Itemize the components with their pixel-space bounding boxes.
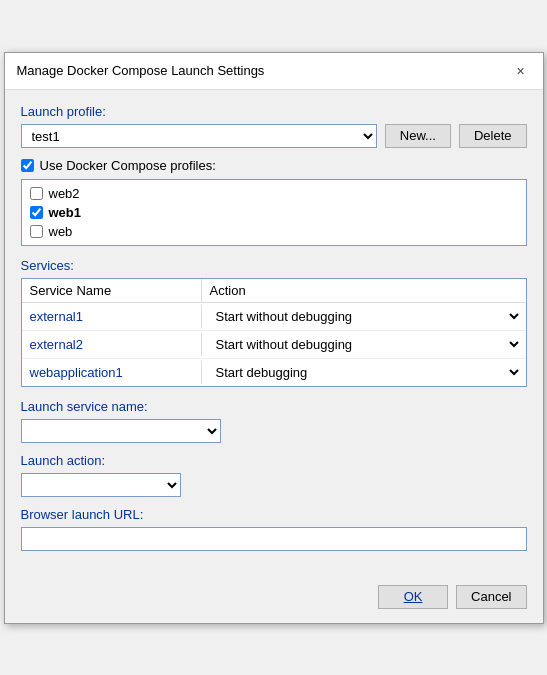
launch-service-group: Launch service name: — [21, 399, 527, 443]
delete-button[interactable]: Delete — [459, 124, 527, 148]
profile-label-web[interactable]: web — [49, 224, 73, 239]
launch-profile-select[interactable]: test1 — [21, 124, 377, 148]
new-button[interactable]: New... — [385, 124, 451, 148]
launch-profile-label: Launch profile: — [21, 104, 527, 119]
use-docker-profiles-label[interactable]: Use Docker Compose profiles: — [40, 158, 216, 173]
profile-item-web: web — [30, 222, 518, 241]
browser-url-input[interactable] — [21, 527, 527, 551]
profile-item-web2: web2 — [30, 184, 518, 203]
cancel-button[interactable]: Cancel — [456, 585, 526, 609]
service-row-webapplication1: webapplication1 Start without debugging … — [22, 359, 526, 386]
profile-checkbox-web2[interactable] — [30, 187, 43, 200]
close-button[interactable]: × — [511, 61, 531, 81]
launch-service-label: Launch service name: — [21, 399, 527, 414]
service-action-webapplication1[interactable]: Start without debugging Start debugging … — [202, 359, 526, 386]
browser-url-group: Browser launch URL: — [21, 507, 527, 551]
launch-action-group: Launch action: — [21, 453, 527, 497]
service-action-select-external1[interactable]: Start without debugging Start debugging … — [206, 305, 522, 328]
service-action-external1[interactable]: Start without debugging Start debugging … — [202, 303, 526, 330]
manage-docker-dialog: Manage Docker Compose Launch Settings × … — [4, 52, 544, 624]
launch-service-select[interactable] — [21, 419, 221, 443]
title-bar: Manage Docker Compose Launch Settings × — [5, 53, 543, 90]
dialog-title: Manage Docker Compose Launch Settings — [17, 63, 265, 78]
service-action-external2[interactable]: Start without debugging Start debugging … — [202, 331, 526, 358]
col-service-name: Service Name — [22, 279, 202, 302]
profile-checkbox-web1[interactable] — [30, 206, 43, 219]
launch-action-select[interactable] — [21, 473, 181, 497]
service-row-external1: external1 Start without debugging Start … — [22, 303, 526, 331]
services-label: Services: — [21, 258, 527, 273]
service-name-webapplication1: webapplication1 — [22, 361, 202, 384]
ok-button[interactable]: OK — [378, 585, 448, 609]
profiles-box: web2 web1 web — [21, 179, 527, 246]
profile-item-web1: web1 — [30, 203, 518, 222]
service-name-external2: external2 — [22, 333, 202, 356]
service-action-select-external2[interactable]: Start without debugging Start debugging … — [206, 333, 522, 356]
services-box: Service Name Action external1 Start with… — [21, 278, 527, 387]
use-docker-profiles-checkbox[interactable] — [21, 159, 34, 172]
service-row-external2: external2 Start without debugging Start … — [22, 331, 526, 359]
launch-profile-row: test1 New... Delete — [21, 124, 527, 148]
dialog-content: Launch profile: test1 New... Delete Use … — [5, 90, 543, 575]
profile-checkbox-web[interactable] — [30, 225, 43, 238]
browser-url-label: Browser launch URL: — [21, 507, 527, 522]
profile-label-web1[interactable]: web1 — [49, 205, 82, 220]
col-action: Action — [202, 279, 526, 302]
use-docker-profiles-row: Use Docker Compose profiles: — [21, 158, 527, 173]
launch-action-label: Launch action: — [21, 453, 527, 468]
services-header: Service Name Action — [22, 279, 526, 303]
dialog-footer: OK Cancel — [5, 575, 543, 623]
profile-label-web2[interactable]: web2 — [49, 186, 80, 201]
service-name-external1: external1 — [22, 305, 202, 328]
service-action-select-webapplication1[interactable]: Start without debugging Start debugging … — [206, 361, 522, 384]
